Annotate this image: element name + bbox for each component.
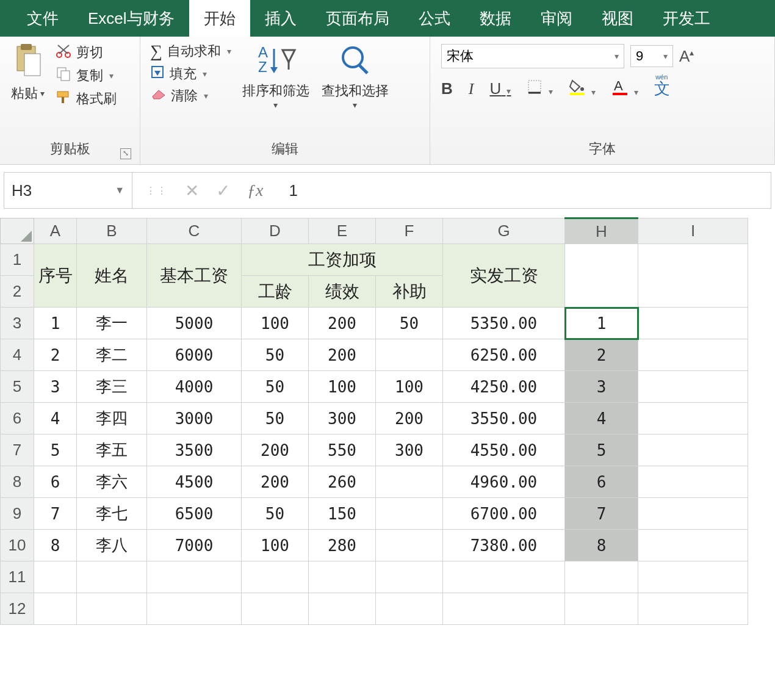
italic-button[interactable]: I — [469, 80, 474, 98]
row-12[interactable]: 12 — [1, 593, 34, 625]
font-color-button[interactable]: A ▾ — [611, 78, 638, 99]
cell[interactable]: 100 — [242, 308, 309, 339]
cancel-formula-button[interactable]: ✕ — [185, 181, 199, 201]
cut-button[interactable]: 剪切 — [56, 43, 117, 62]
border-button[interactable]: ▾ — [527, 79, 552, 99]
format-painter-button[interactable]: 格式刷 — [56, 89, 117, 109]
cell[interactable]: 200 — [309, 339, 376, 371]
row-2[interactable]: 2 — [1, 276, 34, 308]
cell[interactable]: 50 — [242, 339, 309, 371]
paste-button[interactable]: 粘贴▾ — [5, 40, 51, 105]
underline-button[interactable]: U ▾ — [489, 79, 511, 98]
cell[interactable]: 5000 — [147, 308, 242, 339]
cell[interactable]: 李六 — [77, 466, 147, 498]
cell[interactable] — [376, 561, 443, 593]
cell[interactable]: 150 — [309, 498, 376, 530]
col-G[interactable]: G — [443, 218, 565, 244]
cell[interactable]: 100 — [376, 371, 443, 403]
row-11[interactable]: 11 — [1, 561, 34, 593]
cell[interactable]: 200 — [309, 308, 376, 339]
cell[interactable]: 4 — [34, 403, 77, 435]
cell[interactable] — [77, 561, 147, 593]
cell[interactable]: 5 — [34, 435, 77, 466]
autosum-button[interactable]: ∑ 自动求和 ▾ — [150, 41, 231, 61]
formula-input[interactable]: 1 — [276, 181, 771, 200]
row-1[interactable]: 1 — [1, 244, 34, 276]
cell[interactable] — [34, 561, 77, 593]
cell[interactable]: 4500 — [147, 466, 242, 498]
cell[interactable]: 200 — [242, 466, 309, 498]
col-A[interactable]: A — [34, 218, 77, 244]
tab-layout[interactable]: 页面布局 — [311, 0, 404, 37]
cell[interactable] — [376, 498, 443, 530]
col-D[interactable]: D — [242, 218, 309, 244]
cell[interactable]: 8 — [34, 530, 77, 561]
row-10[interactable]: 10 — [1, 530, 34, 561]
cell[interactable]: 李四 — [77, 403, 147, 435]
cell[interactable] — [638, 308, 748, 339]
cell[interactable] — [376, 593, 443, 625]
cell[interactable]: 50 — [376, 308, 443, 339]
tab-view[interactable]: 视图 — [587, 0, 648, 37]
cell[interactable]: 550 — [309, 435, 376, 466]
cell[interactable] — [309, 593, 376, 625]
cell[interactable] — [77, 593, 147, 625]
cell[interactable] — [565, 593, 638, 625]
cell[interactable]: 7380.00 — [443, 530, 565, 561]
font-size-select[interactable]: 9 ▾ — [630, 45, 673, 67]
cell[interactable]: 6700.00 — [443, 498, 565, 530]
cell[interactable] — [565, 244, 638, 308]
cell[interactable]: 7000 — [147, 530, 242, 561]
cell[interactable]: 李一 — [77, 308, 147, 339]
cell[interactable] — [638, 498, 748, 530]
clear-button[interactable]: 清除 ▾ — [150, 87, 231, 105]
cell[interactable]: 50 — [242, 403, 309, 435]
cell[interactable]: 50 — [242, 371, 309, 403]
tab-excel-fin[interactable]: Excel与财务 — [73, 0, 189, 37]
tab-insert[interactable]: 插入 — [250, 0, 311, 37]
cell[interactable]: 3000 — [147, 403, 242, 435]
cell[interactable] — [147, 593, 242, 625]
cell-selected[interactable]: 2 — [565, 339, 638, 371]
tab-dev[interactable]: 开发工 — [648, 0, 725, 37]
cell[interactable] — [638, 593, 748, 625]
cell[interactable]: 李七 — [77, 498, 147, 530]
cell[interactable] — [147, 561, 242, 593]
fx-button[interactable]: ƒx — [247, 181, 263, 200]
row-7[interactable]: 7 — [1, 435, 34, 466]
cell-selected[interactable]: 1 — [565, 308, 638, 339]
select-all-corner[interactable] — [1, 218, 34, 244]
col-B[interactable]: B — [77, 218, 147, 244]
clipboard-dialog-launcher[interactable]: ⤡ — [120, 148, 131, 159]
cell[interactable] — [638, 244, 748, 308]
cell[interactable] — [376, 339, 443, 371]
cell[interactable]: 4250.00 — [443, 371, 565, 403]
cell[interactable] — [638, 561, 748, 593]
cell[interactable] — [638, 466, 748, 498]
cell[interactable] — [638, 339, 748, 371]
row-9[interactable]: 9 — [1, 498, 34, 530]
font-name-select[interactable]: 宋体 ▾ — [441, 44, 624, 68]
cell[interactable] — [638, 530, 748, 561]
cell[interactable]: 3500 — [147, 435, 242, 466]
cell[interactable]: 50 — [242, 498, 309, 530]
cell[interactable]: 3550.00 — [443, 403, 565, 435]
spreadsheet[interactable]: A B C D E F G H I 1 序号 姓名 基本工资 工资加项 实发工资… — [0, 217, 775, 625]
cell[interactable]: 4960.00 — [443, 466, 565, 498]
cell[interactable]: 6000 — [147, 339, 242, 371]
cell[interactable]: 300 — [309, 403, 376, 435]
cell-selected[interactable]: 5 — [565, 435, 638, 466]
row-6[interactable]: 6 — [1, 403, 34, 435]
cell-selected[interactable]: 7 — [565, 498, 638, 530]
cell[interactable]: 280 — [309, 530, 376, 561]
cell[interactable] — [34, 593, 77, 625]
cell[interactable] — [443, 561, 565, 593]
tab-review[interactable]: 审阅 — [526, 0, 587, 37]
tab-formula[interactable]: 公式 — [404, 0, 465, 37]
grow-font-button[interactable]: A▴ — [679, 47, 694, 66]
cell[interactable]: 4550.00 — [443, 435, 565, 466]
cell-selected[interactable]: 6 — [565, 466, 638, 498]
row-5[interactable]: 5 — [1, 371, 34, 403]
cell[interactable]: 300 — [376, 435, 443, 466]
cell[interactable] — [376, 530, 443, 561]
